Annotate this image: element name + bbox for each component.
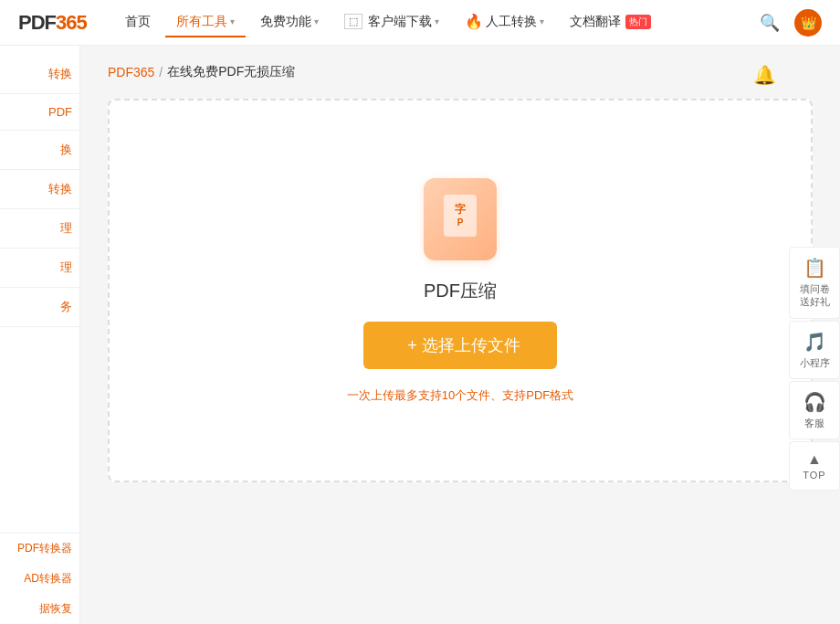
nav-client-download[interactable]: ⬚ 客户端下载 ▾	[333, 8, 450, 37]
nav-doc-translate[interactable]: 文档翻译 热门	[559, 8, 662, 37]
mini-program-button[interactable]: 🎵 小程序	[789, 321, 840, 379]
compress-label: PDF压缩	[424, 279, 497, 303]
sidebar-item-pdf[interactable]: PDF	[0, 94, 79, 131]
sidebar-item-manage1[interactable]: 理	[0, 209, 79, 249]
sidebar-bottom-ad-converter[interactable]: AD转换器	[0, 564, 79, 594]
right-panel: 📋 填问卷送好礼 🎵 小程序 🎧 客服 ▲ TOP	[789, 247, 840, 492]
top-arrow-icon: ▲	[807, 451, 822, 468]
chevron-down-icon: ▾	[540, 16, 544, 26]
top-label: TOP	[803, 470, 825, 481]
nav-manual-convert[interactable]: 🔥 人工转换 ▾	[454, 7, 555, 37]
nav-right: 🔍 👑	[756, 9, 822, 37]
fire-icon: 🔥	[465, 13, 483, 30]
breadcrumb-separator: /	[159, 65, 163, 79]
svg-text:P: P	[457, 217, 464, 227]
sidebar-item-convert1[interactable]: 转换	[0, 55, 79, 94]
svg-rect-0	[444, 195, 477, 237]
nav-free-features[interactable]: 免费功能 ▾	[249, 8, 330, 37]
nav-home[interactable]: 首页	[114, 8, 162, 37]
top-button[interactable]: ▲ TOP	[789, 441, 840, 491]
sidebar-bottom-pdf-converter[interactable]: PDF转换器	[0, 534, 79, 564]
navbar: PDF365 首页 所有工具 ▾ 免费功能 ▾ ⬚ 客户端下载 ▾ 🔥 人工转换…	[0, 0, 840, 46]
customer-service-label: 客服	[804, 417, 824, 429]
survey-icon: 📋	[803, 257, 826, 279]
chevron-down-icon: ▾	[230, 16, 235, 26]
sidebar-bottom-data-recovery[interactable]: 据恢复	[0, 594, 79, 624]
sidebar-item-convert2[interactable]: 换	[0, 131, 79, 170]
chevron-down-icon: ▾	[435, 16, 439, 26]
chevron-down-icon: ▾	[314, 16, 319, 26]
sidebar-item-manage2[interactable]: 理	[0, 249, 79, 288]
nav-all-tools[interactable]: 所有工具 ▾	[165, 8, 246, 37]
survey-button[interactable]: 📋 填问卷送好礼	[789, 247, 840, 319]
download-box-icon: ⬚	[344, 14, 362, 29]
pdf-compress-icon: 字 P	[424, 178, 497, 260]
mini-program-label: 小程序	[800, 356, 830, 369]
pdf-icon-text: 字 P	[442, 193, 478, 245]
main-layout: 转换 PDF 换 转换 理 理 务 PDF转换器 AD转换器 据恢复 PDF36…	[0, 46, 840, 624]
sidebar-item-service[interactable]: 务	[0, 288, 79, 327]
sidebar-item-convert3[interactable]: 转换	[0, 170, 79, 209]
upload-hint: 一次上传最多支持10个文件、支持PDF格式	[347, 387, 573, 404]
customer-service-button[interactable]: 🎧 客服	[789, 381, 840, 439]
breadcrumb-link[interactable]: PDF365	[108, 65, 154, 79]
hot-badge: 热门	[625, 15, 651, 29]
survey-label: 填问卷送好礼	[800, 282, 830, 309]
breadcrumb-current: 在线免费PDF无损压缩	[167, 64, 295, 80]
upload-box: 字 P PDF压缩 + 选择上传文件 一次上传最多支持10个文件、支持PDF格式	[108, 99, 813, 482]
sidebar: 转换 PDF 换 转换 理 理 务 PDF转换器 AD转换器 据恢复	[0, 46, 80, 624]
pdf-file-svg: 字 P	[442, 193, 478, 238]
headset-icon: 🎧	[803, 391, 826, 413]
avatar[interactable]: 👑	[794, 9, 822, 37]
search-button[interactable]: 🔍	[756, 9, 783, 37]
mini-program-icon: 🎵	[803, 331, 826, 353]
upload-button[interactable]: + 选择上传文件	[363, 322, 557, 369]
breadcrumb: PDF365 / 在线免费PDF无损压缩	[108, 64, 813, 80]
notification-icon[interactable]: 🔔	[753, 64, 776, 86]
sidebar-bottom: PDF转换器 AD转换器 据恢复	[0, 533, 79, 624]
main-content: PDF365 / 在线免费PDF无损压缩 🔔 字 P PDF压缩	[80, 46, 840, 624]
logo[interactable]: PDF365	[18, 11, 87, 35]
nav-links: 首页 所有工具 ▾ 免费功能 ▾ ⬚ 客户端下载 ▾ 🔥 人工转换 ▾ 文档翻译…	[114, 7, 756, 37]
svg-text:字: 字	[455, 203, 467, 216]
